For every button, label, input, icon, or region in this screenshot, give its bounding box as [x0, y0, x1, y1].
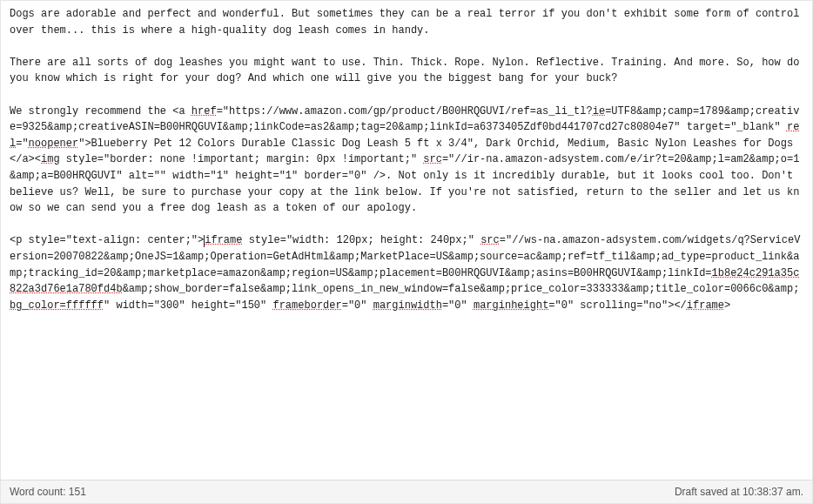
paragraph-2: There are all sorts of dog leashes you m… — [10, 57, 806, 85]
paragraph-4: <p style="text-align: center;">iframe st… — [10, 234, 800, 311]
code-editor-window: Dogs are adorable and perfect and wonder… — [0, 0, 813, 504]
html-source-editor[interactable]: Dogs are adorable and perfect and wonder… — [1, 1, 812, 480]
paragraph-3: We strongly recommend the <a href="https… — [10, 105, 799, 215]
text-cursor — [204, 235, 205, 247]
draft-saved-status: Draft saved at 10:38:37 am. — [675, 486, 803, 498]
status-bar: Word count: 151 Draft saved at 10:38:37 … — [1, 480, 812, 503]
paragraph-1: Dogs are adorable and perfect and wonder… — [10, 8, 806, 37]
word-count: Word count: 151 — [10, 486, 86, 498]
